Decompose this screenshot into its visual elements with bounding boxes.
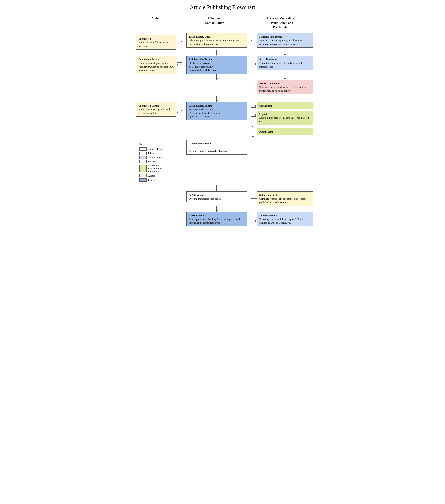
journal-management-box: Journal Management Setup and configure j… [257,33,313,48]
svg-marker-1 [181,40,182,42]
key-swatch-section-editor [139,156,147,159]
column-headers: Author Editor and Section Editor Reviewe… [136,17,309,29]
key-item-section-editor: Section Editor [139,156,169,159]
arrow-to-select-reviewers [251,62,257,66]
arrow-copyediting-both [251,105,257,108]
key-swatch-reviewer [139,160,147,163]
select-reviewers-title: Select Reviewers [260,58,277,61]
arrow-to-archive [251,196,257,200]
svg-marker-36 [252,136,254,138]
key-box: Key Journal Manager Editor Section Edito… [136,140,172,185]
submission-editing-editor-title: 3. Submission Editing [189,104,212,107]
svg-marker-25 [176,111,178,113]
arrow-down-pub [215,206,219,212]
layout-body: Layout Editor prepares galleys in HTML,P… [260,116,311,123]
arrow-review-both [176,61,182,67]
svg-marker-15 [216,78,218,80]
submission-editing-author-body: Authors reviews copyedits and proofreads… [139,108,170,114]
svg-marker-42 [216,210,218,212]
journal-management-title: Journal Management [260,35,282,38]
svg-marker-29 [251,106,252,108]
arrow-down-select [283,74,287,80]
key-item-reader: Reader [139,179,169,182]
svg-marker-27 [255,105,257,107]
proofreading-box: Proofreading [257,128,313,135]
svg-marker-9 [181,62,182,64]
arrow-layout-both [251,113,257,118]
svg-marker-35 [252,126,254,127]
review-conducted-box: Review Conducted Reviewer submits review… [257,80,313,94]
submission-editing-editor-box: 3. Submission Editing a) Copyedit submis… [186,102,247,120]
key-swatch-editor [139,152,147,155]
submission-author-body: Author uploads file to journal Web site [139,41,169,47]
submission-editing-editor-body: a) Copyedit submission b) Layout of form… [189,108,220,118]
submission-archive-body: Complete records kept of submission proc… [260,197,308,204]
select-reviewers-box: Select Reviewers Editor invites reviewer… [257,56,313,70]
submission-editing-author-title: Submission Editing [139,104,160,107]
current-issue-box: Current Issue Items appear with Reading … [186,212,247,226]
key-swatch-author [139,174,147,178]
svg-marker-5 [216,54,218,56]
publication-box: 5. Publication Offering immediate open a… [186,191,247,202]
arrow-proofreading-updown [251,126,255,138]
col-header-author: Author [136,17,176,29]
arrow-review-conducted-to-editor [251,86,257,90]
submission-review-editor-body: a) Check submission b) Conduct peer revi… [189,62,216,72]
svg-marker-33 [251,115,252,117]
svg-marker-31 [255,114,257,116]
svg-marker-40 [255,197,257,199]
key-swatch-reader [139,179,147,182]
key-title: Key [139,143,169,146]
arrow-down-3 [215,96,219,102]
current-issue-title: Current Issue [189,214,204,217]
key-item-copyeditor: Copyeditor Layout Editor Proofreader [139,164,169,173]
copyediting-box: Copyediting [257,102,313,109]
svg-marker-44 [255,220,257,222]
arrow-jm-to-queue [251,38,257,42]
page-title: Article Publishing Flowchart [136,4,309,10]
col-header-editor: Editor and Section Editor [185,17,245,29]
journal-archive-box: Journal Archive Browsing issues, with in… [257,212,313,226]
svg-marker-21 [216,100,218,102]
svg-marker-11 [176,64,178,66]
svg-marker-3 [251,39,252,41]
journal-management-body: Setup and configure journal; enroll edit… [260,39,303,45]
review-conducted-body: Reviewer submits review and recommendati… [260,86,307,92]
submission-queue-title: 1. Submission Queue [189,35,212,38]
submission-author-title: Submission [139,37,151,40]
submission-review-author-title: Submission Review [139,58,159,61]
journal-archive-title: Journal Archive [260,214,277,217]
layout-box: Layout Layout Editor prepares galleys in… [257,110,313,125]
key-item-editor: Editor [139,152,169,155]
submission-review-author-body: Author can track process, see files, rev… [139,62,174,72]
arrow-down-jm [283,50,287,56]
issue-management-title: 4. Issue Management [189,142,212,145]
svg-marker-23 [181,109,182,111]
arrow-to-journal-archive [251,219,257,223]
issue-management-box: 4. Issue Management Article assigned in … [186,140,247,154]
svg-marker-17 [284,78,286,80]
submission-archive-title: Submission Archive [260,194,281,196]
col-header-reviewer: Reviewer, Copyeditor, Layout Editor, and… [253,17,309,29]
submission-author-box: Submission Author uploads file to journa… [136,35,176,50]
submission-editing-author-box: Submission Editing Authors reviews copye… [136,102,176,117]
flowchart: Submission Author uploads file to journa… [136,33,309,230]
submission-archive-box: Submission Archive Complete records kept… [257,191,313,206]
layout-title: Layout [260,113,267,116]
arrow-editing-both [176,108,182,114]
arrow-submission-to-queue [176,39,182,43]
svg-marker-38 [216,190,218,191]
key-item-reviewer: Reviewer [139,160,169,163]
key-item-journal-manager: Journal Manager [139,147,169,150]
key-swatch-copyeditor [139,165,147,172]
key-item-author: Author [139,174,169,178]
copyediting-title: Copyediting [260,104,273,107]
publication-title: 5. Publication [189,194,204,196]
proofreading-title: Proofreading [260,130,274,133]
publication-body: Offering immediate open access [189,197,222,200]
arrow-down-issue [215,185,219,191]
select-reviewers-body: Editor invites reviewers from database w… [260,62,303,68]
journal-archive-body: Browsing issues, with indexing by OAI se… [260,218,306,224]
current-issue-body: Items appear with Reading Tools linking … [189,218,240,224]
issue-management-body: Article assigned in a particular issue [189,149,228,152]
